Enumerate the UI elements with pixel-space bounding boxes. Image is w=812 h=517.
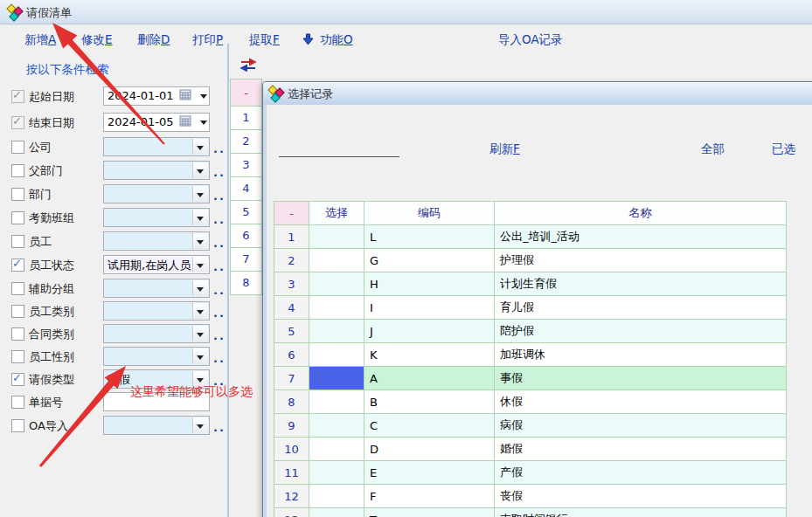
employee-category-dropdown[interactable] <box>103 301 210 321</box>
function-menu-button[interactable]: 功能O <box>320 32 353 48</box>
chevron-down-icon[interactable] <box>192 162 208 178</box>
condition-row-shift-group: 考勤班组 .. <box>0 209 227 230</box>
employee-lookup-button[interactable]: .. <box>213 237 226 250</box>
swap-columns-icon[interactable] <box>239 59 257 72</box>
contract-category-lookup-button[interactable]: .. <box>213 329 226 342</box>
start-date-checkbox[interactable] <box>11 90 24 103</box>
condition-row-oa-import: OA导入 .. <box>0 417 227 438</box>
employee-status-lookup-button[interactable]: .. <box>213 260 226 273</box>
end-date-input[interactable]: 2024-01-05 <box>103 113 210 132</box>
dept-dropdown[interactable] <box>103 184 210 203</box>
edit-button[interactable]: 修改E <box>81 32 113 48</box>
main-grid-corner[interactable]: - <box>230 79 262 107</box>
end-date-checkbox[interactable] <box>11 116 24 129</box>
main-grid-row[interactable]: 2 <box>230 130 262 154</box>
header-code[interactable]: 编码 <box>364 202 495 225</box>
end-date-label: 结束日期 <box>29 115 74 131</box>
main-grid-row[interactable]: 1 <box>230 107 262 130</box>
condition-row-employee-status: 员工状态 试用期,在岗人员,E .. <box>0 256 227 277</box>
parent-dept-checkbox[interactable] <box>11 164 24 177</box>
aux-group-dropdown[interactable] <box>103 279 210 298</box>
header-select[interactable]: 选择 <box>309 202 364 225</box>
employee-dropdown[interactable] <box>103 231 210 251</box>
chevron-down-icon[interactable] <box>192 348 208 364</box>
chevron-down-icon[interactable] <box>200 94 207 99</box>
shift-group-lookup-button[interactable]: .. <box>213 213 226 226</box>
chevron-down-icon[interactable] <box>192 326 208 341</box>
new-button[interactable]: 新增A <box>24 32 56 48</box>
delete-button[interactable]: 删除D <box>137 32 170 48</box>
table-row: 10D婚假 <box>274 438 787 461</box>
leave-type-checkbox[interactable] <box>11 373 24 386</box>
table-row: 13T支取时间银行 <box>274 508 787 517</box>
main-grid-row[interactable]: 6 <box>230 224 262 248</box>
down-arrow-icon <box>302 33 314 45</box>
start-date-input[interactable]: 2024-01-01 <box>103 86 210 106</box>
leave-type-table: - 选择 编码 名称 1L公出_培训_活动 2G护理假 3H计划生育假 4I育儿… <box>274 201 787 517</box>
filter-input[interactable] <box>279 140 399 157</box>
chevron-down-icon[interactable] <box>192 186 208 202</box>
doc-number-checkbox[interactable] <box>11 396 24 409</box>
company-dropdown[interactable] <box>103 137 210 156</box>
employee-category-checkbox[interactable] <box>11 305 24 318</box>
chevron-down-icon[interactable] <box>192 280 208 296</box>
condition-row-end-date: 结束日期 2024-01-05 <box>0 114 227 134</box>
show-all-button[interactable]: 全部 <box>701 141 725 157</box>
main-grid-row[interactable]: 3 <box>230 154 262 177</box>
dept-lookup-button[interactable]: .. <box>213 190 226 203</box>
oa-import-lookup-button[interactable]: .. <box>213 421 226 434</box>
employee-status-dropdown[interactable]: 试用期,在岗人员,E <box>103 255 210 274</box>
chevron-down-icon[interactable] <box>192 139 208 155</box>
employee-category-lookup-button[interactable]: .. <box>213 307 226 320</box>
chevron-down-icon[interactable] <box>192 417 208 433</box>
dept-checkbox[interactable] <box>11 188 24 201</box>
shift-group-checkbox[interactable] <box>11 211 24 224</box>
selected-cell[interactable] <box>309 367 364 390</box>
chevron-down-icon[interactable] <box>192 303 208 319</box>
table-row: 3H计划生育假 <box>274 272 787 296</box>
import-oa-button[interactable]: 导入OA记录 <box>498 32 563 48</box>
company-checkbox[interactable] <box>11 141 24 154</box>
dialog-title: 选择记录 <box>288 86 333 102</box>
oa-import-dropdown[interactable] <box>103 416 210 435</box>
gender-dropdown[interactable] <box>103 347 210 366</box>
print-button[interactable]: 打印P <box>192 32 223 48</box>
aux-group-lookup-button[interactable]: .. <box>213 284 226 297</box>
gender-lookup-button[interactable]: .. <box>213 352 226 365</box>
main-grid-row[interactable]: 7 <box>230 248 262 272</box>
show-selected-button[interactable]: 已选 <box>772 141 795 157</box>
main-grid-row[interactable]: 4 <box>230 177 262 201</box>
contract-category-checkbox[interactable] <box>11 327 24 341</box>
calendar-icon[interactable] <box>179 89 193 101</box>
oa-import-label: OA导入 <box>29 418 68 434</box>
refresh-button[interactable]: 刷新F <box>489 141 520 157</box>
company-lookup-button[interactable]: .. <box>213 142 226 155</box>
table-row: 11E产假 <box>274 461 787 485</box>
main-grid-row[interactable]: 8 <box>230 272 262 295</box>
doc-number-label: 单据号 <box>29 395 63 410</box>
employee-status-checkbox[interactable] <box>11 258 24 272</box>
calendar-icon[interactable] <box>179 115 193 128</box>
parent-dept-lookup-button[interactable]: .. <box>213 166 226 179</box>
chevron-down-icon[interactable] <box>200 121 207 125</box>
panel-splitter[interactable] <box>227 44 229 517</box>
header-rownum[interactable]: - <box>274 202 309 225</box>
contract-category-dropdown[interactable] <box>103 324 210 343</box>
oa-import-checkbox[interactable] <box>11 419 24 432</box>
condition-row-contract-category: 合同类别 .. <box>0 325 227 346</box>
employee-checkbox[interactable] <box>11 235 24 248</box>
main-grid-row[interactable]: 5 <box>230 201 262 224</box>
chevron-down-icon[interactable] <box>192 257 208 272</box>
extract-button[interactable]: 提取F <box>249 32 280 48</box>
header-name[interactable]: 名称 <box>495 202 787 225</box>
search-conditions-header: 按以下条件检索 <box>26 62 109 78</box>
parent-dept-dropdown[interactable] <box>103 161 210 180</box>
condition-row-parent-dept: 父部门 .. <box>0 162 227 183</box>
chevron-down-icon[interactable] <box>192 210 208 225</box>
chevron-down-icon[interactable] <box>192 233 208 249</box>
start-date-label: 起始日期 <box>29 89 74 105</box>
shift-group-dropdown[interactable] <box>103 208 210 227</box>
aux-group-checkbox[interactable] <box>11 282 24 295</box>
table-row-selected: 7A事假 <box>274 367 787 390</box>
gender-checkbox[interactable] <box>11 350 24 363</box>
